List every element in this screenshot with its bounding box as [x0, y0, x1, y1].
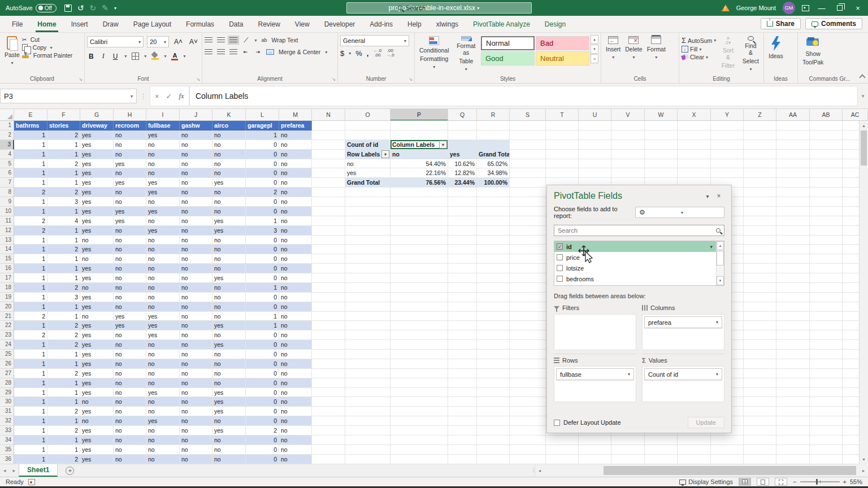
cell-X34[interactable]: [678, 435, 711, 445]
cell-Z1[interactable]: [744, 121, 776, 130]
column-header-G[interactable]: G: [80, 109, 114, 121]
cell-S24[interactable]: [510, 340, 546, 350]
cell-H5[interactable]: yes: [114, 159, 146, 169]
cell-AB6[interactable]: [810, 168, 843, 178]
cell-S18[interactable]: [510, 283, 546, 293]
cell-R23[interactable]: [477, 330, 510, 340]
cell-J31[interactable]: no: [180, 407, 212, 416]
cell-G15[interactable]: no: [80, 254, 114, 264]
cell-AA7[interactable]: [776, 178, 810, 188]
cell-N23[interactable]: [312, 330, 345, 340]
cell-G26[interactable]: yes: [80, 359, 114, 369]
expand-formula-bar-icon[interactable]: ▾: [858, 93, 868, 99]
cell-W6[interactable]: [645, 168, 678, 178]
column-header-H[interactable]: H: [114, 109, 146, 121]
cell-S26[interactable]: [510, 359, 546, 369]
cell-L13[interactable]: 0: [246, 236, 279, 245]
cell-K14[interactable]: no: [212, 245, 246, 254]
cell-AB8[interactable]: [810, 188, 843, 197]
fill-color-dropdown-icon[interactable]: ▾: [164, 54, 166, 59]
cell-R14[interactable]: [477, 245, 510, 254]
cell-S10[interactable]: [510, 207, 546, 216]
sheet-nav-left-icon[interactable]: ◂: [0, 468, 10, 473]
cell-O18[interactable]: [345, 283, 390, 293]
cell-AA26[interactable]: [776, 359, 810, 369]
cell-M3[interactable]: no: [279, 140, 312, 150]
cell-Q35[interactable]: [448, 445, 477, 455]
comma-style-icon[interactable]: ,: [367, 49, 369, 58]
tab-data[interactable]: Data: [222, 16, 250, 32]
cell-L22[interactable]: 1: [246, 321, 279, 330]
filters-drop-area[interactable]: [554, 314, 636, 350]
cell-K34[interactable]: no: [212, 435, 246, 445]
font-name-combo[interactable]: Calibri▾: [87, 36, 144, 47]
area-chip-rows[interactable]: fullbase▾: [556, 368, 634, 380]
cell-K29[interactable]: yes: [212, 388, 246, 398]
cut-button[interactable]: ✂Cut: [22, 36, 72, 43]
cell-AA33[interactable]: [776, 426, 810, 435]
user-name[interactable]: George Mount: [736, 5, 776, 11]
row-header-21[interactable]: 21: [0, 312, 14, 321]
cell-R31[interactable]: [477, 407, 510, 416]
column-header-S[interactable]: S: [510, 109, 546, 121]
cell-F15[interactable]: 1: [47, 254, 80, 264]
cell-O4[interactable]: Row Labels▾: [345, 150, 390, 159]
cell-O13[interactable]: [345, 236, 390, 245]
column-header-X[interactable]: X: [678, 109, 711, 121]
cell-R5[interactable]: 65.02%: [477, 159, 510, 169]
cell-K7[interactable]: yes: [212, 178, 246, 188]
cell-Z12[interactable]: [744, 226, 776, 236]
cell-R28[interactable]: [477, 378, 510, 388]
cell-G5[interactable]: yes: [80, 159, 114, 169]
cell-O28[interactable]: [345, 378, 390, 388]
cell-P27[interactable]: [390, 369, 448, 378]
cell-O36[interactable]: [345, 455, 390, 464]
cell-I29[interactable]: yes: [146, 388, 180, 398]
cell-R10[interactable]: [477, 207, 510, 216]
cell-G11[interactable]: yes: [80, 216, 114, 226]
cell-T1[interactable]: [546, 121, 579, 130]
cell-N10[interactable]: [312, 207, 345, 216]
cell-G30[interactable]: no: [80, 397, 114, 407]
cell-G36[interactable]: yes: [80, 455, 114, 464]
save-icon[interactable]: [64, 5, 72, 12]
column-header-O[interactable]: O: [345, 109, 390, 121]
cell-M17[interactable]: no: [279, 273, 312, 283]
cell-W4[interactable]: [645, 150, 678, 159]
cell-V1[interactable]: [611, 121, 645, 130]
cell-F34[interactable]: 1: [47, 435, 80, 445]
cell-I25[interactable]: no: [146, 350, 180, 359]
cell-H16[interactable]: no: [114, 264, 146, 273]
cell-F22[interactable]: 2: [47, 321, 80, 330]
cell-H13[interactable]: no: [114, 236, 146, 245]
cell-P9[interactable]: [390, 197, 448, 207]
cell-L25[interactable]: 0: [246, 350, 279, 359]
cell-J12[interactable]: no: [180, 226, 212, 236]
cell-AB12[interactable]: [810, 226, 843, 236]
cell-G6[interactable]: yes: [80, 168, 114, 178]
cell-R9[interactable]: [477, 197, 510, 207]
cell-X6[interactable]: [678, 168, 711, 178]
cell-N26[interactable]: [312, 359, 345, 369]
cell-E29[interactable]: 1: [14, 388, 47, 398]
cell-L24[interactable]: 0: [246, 340, 279, 350]
cell-P4[interactable]: no: [390, 150, 448, 159]
cell-P30[interactable]: [390, 397, 448, 407]
cell-AB7[interactable]: [810, 178, 843, 188]
area-chip-columns[interactable]: prefarea▾: [644, 316, 722, 328]
cell-L33[interactable]: 2: [246, 426, 279, 435]
cell-N28[interactable]: [312, 378, 345, 388]
cell-N25[interactable]: [312, 350, 345, 359]
cell-V5[interactable]: [611, 159, 645, 169]
cell-S11[interactable]: [510, 216, 546, 226]
cell-E2[interactable]: 1: [14, 130, 47, 140]
cell-AB25[interactable]: [810, 350, 843, 359]
cell-AB36[interactable]: [810, 455, 843, 464]
cell-AB33[interactable]: [810, 426, 843, 435]
cell-AB17[interactable]: [810, 273, 843, 283]
cell-H2[interactable]: no: [114, 130, 146, 140]
cell-Z3[interactable]: [744, 140, 776, 150]
column-header-U[interactable]: U: [579, 109, 611, 121]
cell-N1[interactable]: [312, 121, 345, 130]
cell-L17[interactable]: 0: [246, 273, 279, 283]
